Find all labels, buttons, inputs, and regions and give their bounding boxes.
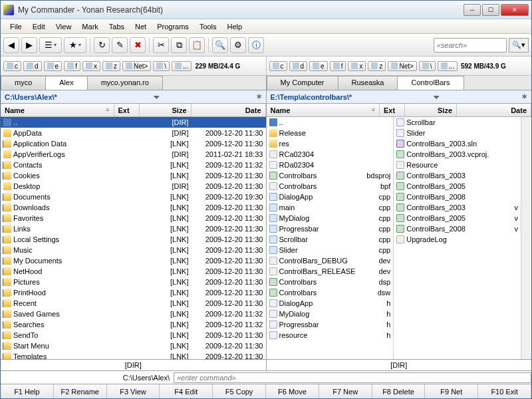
fkey-f5[interactable]: F5 Copy [213,384,266,398]
file-row[interactable]: RCa02304 [267,149,394,160]
fkey-f4[interactable]: F4 Edit [160,384,213,398]
menu-tools[interactable]: Tools [194,21,222,32]
right-column-header[interactable]: Name≡ Ext Size Date [267,104,532,117]
file-row[interactable]: Desktop[DIR]2009-12-20 11:30 [1,181,266,192]
file-row[interactable]: Slider [394,128,521,138]
file-row[interactable]: resourceh [267,330,394,340]
file-row[interactable]: Resource [394,160,521,170]
file-row[interactable]: Saved Games[LNK]2009-12-20 11:32 [1,309,266,319]
file-row[interactable]: Contacts[LNK]2009-12-20 11:32 [1,160,266,170]
file-row[interactable]: ControlBars_2008v [394,223,521,234]
drive-\[interactable]: \ [419,61,436,71]
drive-\[interactable]: \ [153,61,170,71]
file-row[interactable]: Controlbarsdsp [267,277,394,287]
file-row[interactable]: ControlBars_DEBUGdev [267,255,394,266]
col-ext[interactable]: Ext [384,106,395,114]
file-row[interactable]: AppVerifierLogs[DIR]2011-02-21 18:33 [1,149,266,160]
file-row[interactable]: Scrollbarcpp [267,234,394,245]
file-row[interactable]: Start Menu[LNK]2009-12-20 11:30 [1,340,266,351]
tab-alex[interactable]: Alex [45,76,87,90]
settings-button[interactable]: ⚙ [230,37,246,53]
right-path[interactable]: E:\Temp\a\controlbars\* ⏷ ✶ [266,90,532,104]
fkey-f3[interactable]: F3 View [107,384,160,398]
drive-z[interactable]: z [102,61,120,71]
titlebar[interactable]: My Commander - Yonan Research(64bit) ─ ☐… [1,1,531,19]
file-row[interactable]: NetHood[LNK]2009-12-20 11:30 [1,266,266,277]
tab-my-computer[interactable]: My Computer [267,76,338,90]
menu-tabs[interactable]: Tabs [104,21,130,32]
col-size[interactable]: Size [438,106,452,114]
forward-button[interactable]: ▶ [21,37,37,53]
tab-ruseaska[interactable]: Ruseaska [338,76,398,90]
file-row[interactable]: Favorites[LNK]2009-12-20 11:30 [1,213,266,223]
file-row[interactable]: ..[DIR] [1,117,266,128]
delete-button[interactable]: ✖ [130,37,146,53]
col-size[interactable]: Size [172,106,186,114]
file-row[interactable]: Application Data[LNK]2009-12-20 11:30 [1,138,266,149]
file-row[interactable]: MyDialogcpp [267,213,394,223]
scrollbar[interactable] [521,117,531,359]
fkey-f1[interactable]: F1 Help [1,384,54,398]
file-row[interactable]: My Documents[LNK]2009-12-20 11:30 [1,255,266,266]
col-date[interactable]: Date [245,106,261,114]
file-row[interactable]: res [267,138,394,149]
file-row[interactable]: ControlBars_2003v [394,202,521,213]
file-row[interactable]: MyDialogh [267,309,394,319]
drive-f[interactable]: f [330,61,346,71]
right-file-list-2[interactable]: ScrollbarSliderControlBars_2003.slnContr… [394,117,521,245]
minimize-button[interactable]: ─ [464,4,481,16]
file-row[interactable]: UpgradeLog [394,234,521,245]
file-row[interactable]: Controlbarsbpf [267,181,394,192]
drive-f[interactable]: f [64,61,80,71]
file-row[interactable]: ControlBars_2003.vcproj.7.1 [394,149,521,160]
drive-d[interactable]: d [289,61,308,71]
file-row[interactable]: SendTo[LNK]2009-12-20 11:30 [1,330,266,340]
fkey-f6[interactable]: F6 Move [266,384,319,398]
file-row[interactable]: maincpp [267,202,394,213]
gear-icon[interactable]: ✶ [521,92,527,101]
file-row[interactable]: Slidercpp [267,245,394,255]
menu-programs[interactable]: Programs [152,21,194,32]
help-button[interactable]: ⓘ [248,37,264,53]
file-row[interactable]: Documents[LNK]2009-12-20 19:30 [1,192,266,202]
left-column-header[interactable]: Name≡ Ext Size Date [1,104,266,117]
file-row[interactable]: Release [267,128,394,138]
col-ext[interactable]: Ext [118,106,130,114]
drive-e[interactable]: e [44,61,63,71]
file-row[interactable]: Downloads[LNK]2009-12-20 11:30 [1,202,266,213]
drive-z[interactable]: z [368,61,386,71]
file-row[interactable]: Cookies[LNK]2009-12-20 11:30 [1,170,266,181]
close-button[interactable]: ✕ [501,4,529,16]
drive-...[interactable]: ... [172,61,192,71]
file-row[interactable]: AppData[DIR]2009-12-20 11:30 [1,128,266,138]
menu-net[interactable]: Net [130,21,152,32]
find-button[interactable]: 🔍 [212,37,228,53]
file-row[interactable]: ControlBars_2008 [394,192,521,202]
menu-view[interactable]: View [51,21,77,32]
back-button[interactable]: ◀ [3,37,19,53]
menu-mark[interactable]: Mark [76,21,103,32]
paste-button[interactable]: 📋 [189,37,205,53]
file-row[interactable]: Scrollbar [394,117,521,128]
file-row[interactable]: Controlbarsbdsproj [267,170,394,181]
col-name[interactable]: Name [271,106,291,114]
file-row[interactable]: ControlBars_2003.sln [394,138,521,149]
drive-Net>[interactable]: Net> [388,61,416,71]
file-row[interactable]: Recent[LNK]2009-12-20 11:30 [1,298,266,309]
right-file-list-1[interactable]: ..ReleaseresRCa02304RDa02304Controlbarsb… [267,117,394,340]
col-date[interactable]: Date [511,106,527,114]
left-path[interactable]: C:\Users\Alex\* ⏷ ✶ [1,90,266,104]
fkey-f7[interactable]: F7 New [319,384,372,398]
file-row[interactable]: DialogApph [267,298,394,309]
file-row[interactable]: DialogAppcpp [267,192,394,202]
file-row[interactable]: Searches[LNK]2009-12-20 11:32 [1,319,266,330]
drive-x[interactable]: x [82,61,100,71]
drive-...[interactable]: ... [438,61,458,71]
menu-file[interactable]: File [5,21,27,32]
gear-icon[interactable]: ✶ [256,92,262,101]
file-row[interactable]: ControlBars_RELEASEdev [267,266,394,277]
file-row[interactable]: Music[LNK]2009-12-20 11:30 [1,245,266,255]
file-row[interactable]: ControlBars_2005 [394,181,521,192]
drive-e[interactable]: e [309,61,328,71]
fkey-f8[interactable]: F8 Delete [372,384,426,398]
